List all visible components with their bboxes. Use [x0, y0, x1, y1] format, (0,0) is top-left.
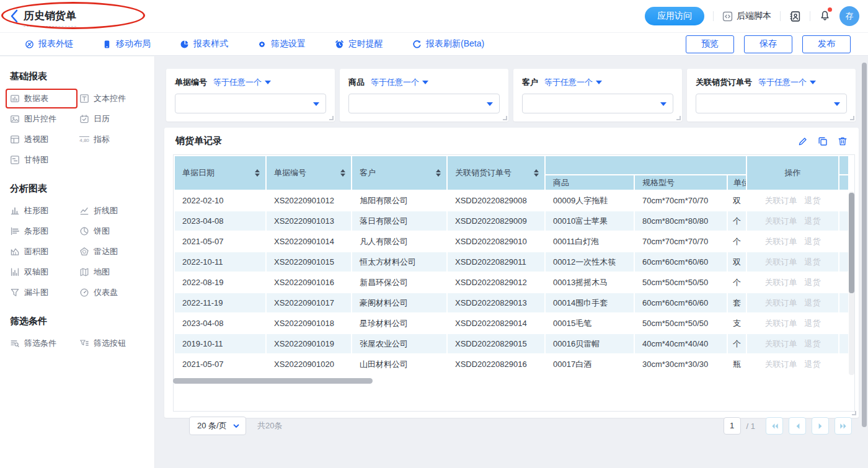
filter-widget-1[interactable]: 单据编号等于任意一个	[166, 69, 335, 121]
filter-value-select[interactable]	[696, 94, 847, 113]
sidebar-item-bar-chart[interactable]: 条形图	[7, 223, 76, 240]
last-page-button[interactable]	[835, 417, 852, 435]
filter-widget-2[interactable]: 商品等于任意一个	[340, 69, 508, 121]
table-row[interactable]: 2021-05-07XS20220901014凡人有限公司XSDD2022082…	[174, 231, 849, 252]
link-return[interactable]: 退货	[805, 298, 821, 307]
link-related-order[interactable]: 关联订单	[765, 319, 797, 328]
copy-icon[interactable]	[818, 136, 828, 146]
sidebar-item-radar-chart[interactable]: 雷达图	[76, 243, 146, 260]
table-widget-card[interactable]: 销货单记录 单据日期单据编号客户关联销货订单号操作商品规格型号单位2022-02…	[164, 128, 859, 418]
toolbar-item-pie[interactable]: 报表样式	[180, 38, 228, 50]
page-title[interactable]: 历史销货单	[24, 9, 76, 27]
sub-column-header[interactable]: 单位	[727, 175, 746, 190]
sidebar-item-map[interactable]: 地图	[76, 263, 146, 281]
sidebar-item-line-chart[interactable]: 折线图	[76, 202, 146, 219]
filter-widget-3[interactable]: 客户等于任意一个	[513, 69, 682, 121]
table-vertical-scrollbar[interactable]	[849, 192, 854, 375]
table-horizontal-scrollbar[interactable]	[173, 378, 373, 384]
sidebar-item-filter-cond[interactable]: 筛选条件	[7, 335, 76, 352]
sidebar-item-indicator[interactable]: 4,80指标	[76, 131, 146, 148]
link-return[interactable]: 退货	[805, 196, 821, 205]
sidebar-item-area-chart[interactable]: 面积图	[7, 243, 76, 260]
sidebar-item-filter-btn[interactable]: 筛选按钮	[76, 335, 146, 352]
filter-widget-4[interactable]: 关联销货订单号等于任意一个	[687, 69, 856, 121]
sidebar-item-pivot[interactable]: 透视图	[7, 131, 76, 148]
link-related-order[interactable]: 关联订单	[765, 216, 797, 226]
toolbar-item-alarm[interactable]: 定时提醒	[335, 38, 383, 50]
filter-value-select[interactable]	[348, 94, 500, 113]
link-return[interactable]: 退货	[805, 339, 821, 348]
filter-condition-dropdown[interactable]: 等于任意一个	[758, 77, 816, 88]
trash-icon[interactable]	[838, 136, 848, 146]
sort-icon[interactable]	[255, 169, 260, 177]
preview-button[interactable]: 预览	[686, 35, 734, 53]
card-resize-handle[interactable]	[503, 116, 507, 120]
sidebar-item-image-widget[interactable]: 图片控件	[7, 110, 76, 128]
link-related-order[interactable]: 关联订单	[765, 339, 797, 348]
column-header[interactable]: 单据日期	[174, 156, 266, 190]
table-row[interactable]: 2023-04-08XS20220901013落日有限公司XSDD2022082…	[174, 211, 849, 231]
notification-bell-button[interactable]	[819, 9, 831, 24]
toolbar-item-refresh[interactable]: 报表刷新(Beta)	[412, 38, 484, 50]
sub-column-header[interactable]: 规格型号	[634, 175, 727, 190]
card-resize-handle[interactable]	[850, 116, 854, 120]
canvas-scrollbar[interactable]	[862, 63, 867, 427]
link-return[interactable]: 退货	[805, 216, 821, 226]
toolbar-item-mobile[interactable]: 移动布局	[102, 38, 151, 50]
card-resize-handle[interactable]	[329, 116, 334, 120]
filter-value-select[interactable]	[522, 94, 673, 113]
filter-condition-dropdown[interactable]: 等于任意一个	[371, 77, 428, 88]
table-row[interactable]: 2022-11-19XS20220901017豪阁材料公司XSDD2022082…	[174, 293, 849, 313]
sidebar-item-dual-axis[interactable]: 双轴图	[7, 263, 76, 281]
link-related-order[interactable]: 关联订单	[765, 360, 797, 369]
avatar[interactable]: 存	[839, 6, 859, 26]
save-button[interactable]: 保存	[744, 35, 792, 53]
app-access-button[interactable]: 应用访问	[645, 7, 704, 25]
sidebar-item-column-chart[interactable]: 柱形图	[7, 202, 76, 219]
link-return[interactable]: 退货	[805, 278, 821, 287]
link-related-order[interactable]: 关联订单	[765, 298, 797, 307]
toolbar-item-link[interactable]: 报表外链	[25, 38, 73, 50]
table-row[interactable]: 2022-08-19XS20220901016新昌环保公司XSDD2022082…	[174, 272, 849, 293]
backend-script-button[interactable]: 后端脚本	[722, 11, 771, 22]
column-header[interactable]: 客户	[352, 156, 447, 190]
table-row[interactable]: 2019-10-11XS20220901019张屋农业公司XSDD2022082…	[174, 333, 849, 354]
sidebar-item-funnel[interactable]: 漏斗图	[7, 284, 76, 301]
prev-page-button[interactable]	[789, 417, 806, 435]
table-row[interactable]: 2022-02-10XS20220901012旭阳有限公司XSDD2022082…	[174, 190, 849, 211]
filter-condition-dropdown[interactable]: 等于任意一个	[213, 77, 271, 88]
filter-value-select[interactable]	[175, 94, 326, 113]
sidebar-item-calendar[interactable]: 日历	[76, 110, 146, 128]
link-related-order[interactable]: 关联订单	[765, 196, 797, 205]
pencil-icon[interactable]	[798, 136, 808, 146]
sort-icon[interactable]	[340, 169, 345, 177]
page-number-input[interactable]: 1	[724, 417, 741, 435]
first-page-button[interactable]	[766, 417, 783, 435]
sidebar-item-gantt[interactable]: 甘特图	[7, 151, 76, 169]
card-resize-handle[interactable]	[852, 411, 856, 415]
link-related-order[interactable]: 关联订单	[765, 278, 797, 287]
page-size-select[interactable]: 20 条/页	[189, 417, 246, 435]
sub-column-header[interactable]: 商品	[545, 175, 634, 190]
card-resize-handle[interactable]	[676, 116, 681, 120]
table-row[interactable]: 2023-04-08XS20220901018星珍材料公司XSDD2022082…	[174, 313, 849, 333]
column-header[interactable]: 单据编号	[266, 156, 352, 190]
publish-button[interactable]: 发布	[802, 35, 851, 53]
link-return[interactable]: 退货	[805, 360, 821, 369]
link-return[interactable]: 退货	[805, 257, 821, 267]
sort-icon[interactable]	[534, 169, 539, 177]
toolbar-item-gear[interactable]: 筛选设置	[257, 38, 306, 50]
sidebar-item-data-table[interactable]: 数据表	[7, 90, 76, 107]
link-return[interactable]: 退货	[805, 319, 821, 328]
link-related-order[interactable]: 关联订单	[765, 237, 797, 246]
sidebar-item-pie-chart[interactable]: 饼图	[76, 223, 146, 240]
table-row[interactable]: 2021-05-07XS20220901020山田材料公司XSDD2022082…	[174, 354, 849, 374]
sort-icon[interactable]	[436, 169, 441, 177]
sidebar-item-gauge[interactable]: 仪表盘	[76, 284, 146, 301]
column-header[interactable]: 关联销货订单号	[447, 156, 545, 190]
link-return[interactable]: 退货	[805, 237, 821, 246]
back-chevron-icon[interactable]	[10, 9, 19, 23]
filter-condition-dropdown[interactable]: 等于任意一个	[544, 77, 602, 88]
next-page-button[interactable]	[812, 417, 829, 435]
table-row[interactable]: 2022-10-11XS20220901015恒太方材料公司XSDD202208…	[174, 252, 849, 272]
